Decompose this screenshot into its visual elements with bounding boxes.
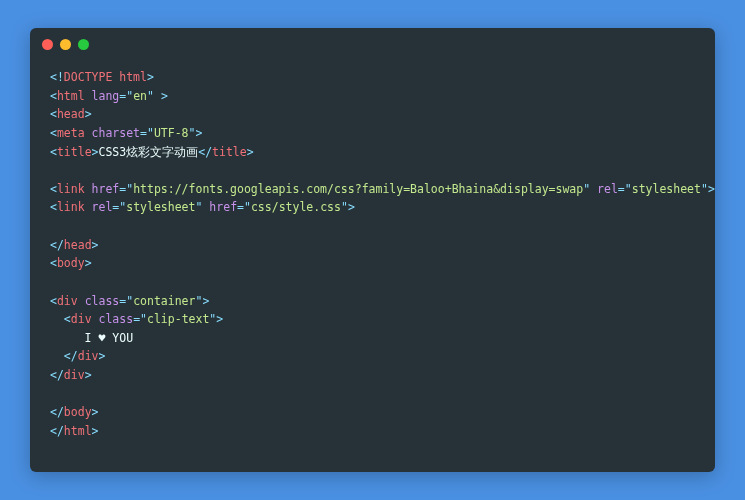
code-line: <head> [50,107,92,121]
code-editor[interactable]: <!DOCTYPE html> <html lang="en" > <head>… [30,60,715,461]
code-line: I ♥ YOU [50,331,133,345]
editor-window: <!DOCTYPE html> <html lang="en" > <head>… [30,28,715,472]
window-titlebar [30,28,715,60]
code-line: <link href="https://fonts.googleapis.com… [50,182,715,196]
code-line: <link rel="stylesheet" href="css/style.c… [50,200,355,214]
code-line: </html> [50,424,99,438]
code-line: <div class="clip-text"> [50,312,223,326]
close-icon[interactable] [42,39,53,50]
code-line: <title>CSS3炫彩文字动画</title> [50,145,254,159]
code-line: <!DOCTYPE html> [50,70,154,84]
code-line: </body> [50,405,99,419]
code-line: <meta charset="UTF-8"> [50,126,202,140]
code-line: </div> [50,349,105,363]
maximize-icon[interactable] [78,39,89,50]
code-line: <body> [50,256,92,270]
minimize-icon[interactable] [60,39,71,50]
code-line: </head> [50,238,99,252]
code-line: <div class="container"> [50,294,209,308]
code-line: <html lang="en" > [50,89,168,103]
code-line: </div> [50,368,92,382]
